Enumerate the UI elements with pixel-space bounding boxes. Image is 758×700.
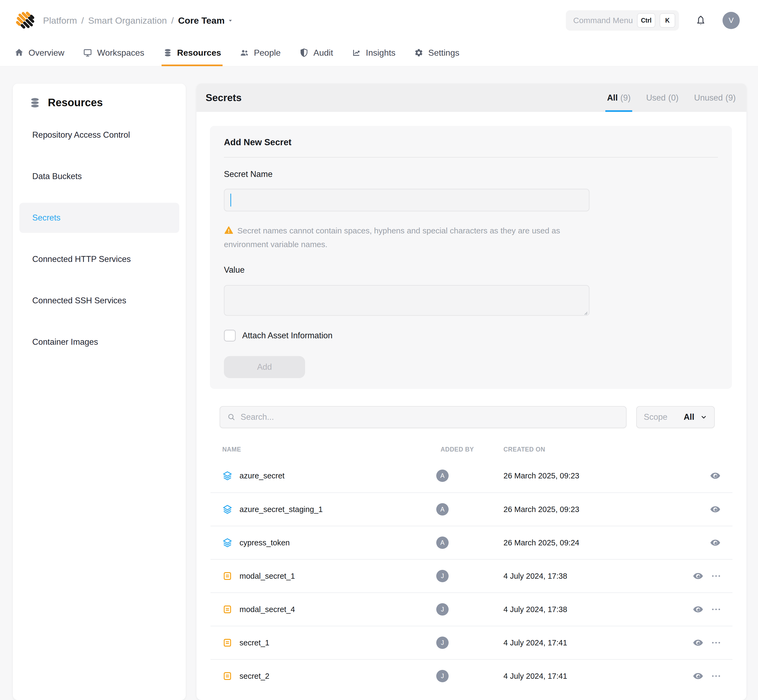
eye-icon: [692, 638, 703, 648]
more-options-button[interactable]: [711, 675, 721, 677]
secret-value-textarea[interactable]: [224, 285, 590, 316]
more-options-button[interactable]: [711, 575, 721, 577]
shield-icon: [299, 48, 309, 57]
nav-tab-label: Resources: [177, 48, 221, 58]
created-on-cell: 26 March 2025, 09:23: [480, 472, 675, 480]
eye-icon: [692, 571, 703, 581]
breadcrumb-separator: /: [171, 15, 174, 26]
content-area: Resources Repository Access Control Data…: [0, 66, 758, 700]
eye-icon: [710, 504, 721, 515]
secret-name: modal_secret_4: [240, 605, 295, 614]
secret-name-input[interactable]: [224, 189, 590, 211]
view-secret-button[interactable]: [710, 537, 721, 548]
filter-tab[interactable]: Used (0): [646, 84, 678, 112]
sidebar-item[interactable]: Repository Access Control: [19, 120, 179, 150]
sidebar-item[interactable]: Data Buckets: [19, 161, 179, 191]
secret-name-cell: modal_secret_1: [222, 571, 410, 581]
row-actions: [675, 671, 721, 681]
resources-sidebar: Resources Repository Access Control Data…: [13, 84, 186, 700]
nav-tab-label: Insights: [366, 48, 395, 58]
table-row: cypress_token A 26 March 2025, 09:24: [211, 526, 733, 559]
view-secret-button[interactable]: [692, 604, 703, 615]
secrets-panel: Secrets All (9) Used (0) Unused: [197, 84, 746, 700]
document-icon: [222, 638, 232, 648]
resize-handle[interactable]: [583, 310, 588, 315]
more-options-button[interactable]: [711, 608, 721, 611]
nav-tab[interactable]: People: [238, 41, 282, 66]
column-header-name: NAME: [222, 446, 410, 453]
sidebar-title: Resources: [48, 97, 103, 109]
added-by-cell: J: [410, 603, 480, 616]
key-ctrl: Ctrl: [637, 13, 655, 28]
nav-tab[interactable]: Settings: [413, 41, 461, 66]
secret-name-cell: azure_secret: [222, 470, 410, 481]
sidebar-item[interactable]: Container Images: [19, 327, 179, 357]
secret-name-wrap: [224, 189, 590, 211]
row-actions: [675, 504, 721, 515]
secret-name: azure_secret: [240, 472, 285, 480]
view-secret-button[interactable]: [692, 671, 703, 681]
secret-name-cell: modal_secret_4: [222, 604, 410, 614]
ellipsis-icon: [711, 641, 721, 644]
search-input[interactable]: [240, 412, 619, 422]
view-secret-button[interactable]: [710, 470, 721, 481]
notifications-bell-icon[interactable]: [694, 14, 707, 27]
nav-tab[interactable]: Resources: [162, 41, 223, 66]
ellipsis-icon: [711, 575, 721, 577]
breadcrumb-item[interactable]: Smart Organization: [88, 15, 167, 26]
monitor-icon: [83, 48, 92, 57]
table-row: secret_1 J 4 July 2024, 17:41: [211, 626, 733, 659]
secret-name: secret_2: [240, 672, 269, 681]
nav-tab[interactable]: Workspaces: [81, 41, 146, 66]
sidebar-item[interactable]: Connected SSH Services: [19, 286, 179, 316]
more-options-button[interactable]: [711, 641, 721, 644]
chart-line-icon: [352, 48, 361, 57]
ellipsis-icon: [711, 608, 721, 611]
sidebar-header: Resources: [19, 97, 179, 109]
layers-icon: [222, 470, 232, 481]
attach-asset-label: Attach Asset Information: [242, 331, 332, 341]
user-avatar[interactable]: V: [722, 12, 740, 29]
breadcrumb-separator: /: [81, 15, 84, 26]
breadcrumb-item[interactable]: Platform: [43, 15, 77, 26]
secret-name-cell: cypress_token: [222, 538, 410, 548]
scope-select[interactable]: Scope All: [636, 406, 715, 428]
text-cursor: [230, 194, 231, 206]
team-switcher[interactable]: Core Team: [178, 15, 234, 26]
nav-tab[interactable]: Insights: [350, 41, 397, 66]
caret-down-icon: [227, 17, 234, 24]
created-on-cell: 26 March 2025, 09:23: [480, 505, 675, 514]
attach-asset-checkbox[interactable]: [224, 330, 236, 342]
command-menu-button[interactable]: Command Menu Ctrl K: [566, 10, 679, 31]
table-row: azure_secret A 26 March 2025, 09:23: [211, 459, 733, 492]
brand-logo-icon: [13, 8, 37, 33]
added-by-avatar: A: [436, 536, 449, 549]
created-on-cell: 4 July 2024, 17:41: [480, 672, 675, 681]
secret-name: cypress_token: [240, 538, 290, 547]
view-secret-button[interactable]: [692, 638, 703, 648]
filter-tab[interactable]: All (9): [607, 84, 630, 112]
eye-icon: [692, 604, 703, 615]
added-by-avatar: A: [436, 470, 449, 482]
secret-name-cell: secret_1: [222, 638, 410, 648]
filter-tab[interactable]: Unused (9): [694, 84, 736, 112]
layers-icon: [222, 504, 232, 514]
document-icon: [222, 604, 232, 614]
added-by-cell: A: [410, 503, 480, 516]
nav-tab[interactable]: Audit: [298, 41, 335, 66]
nav-tab[interactable]: Overview: [13, 41, 66, 66]
add-button[interactable]: Add: [224, 356, 305, 378]
sidebar-item[interactable]: Secrets: [19, 203, 179, 233]
view-secret-button[interactable]: [692, 571, 703, 581]
table-row: secret_2 J 4 July 2024, 17:41: [211, 659, 733, 692]
secret-name-label: Secret Name: [224, 169, 718, 179]
current-team-label: Core Team: [178, 15, 225, 26]
added-by-cell: A: [410, 536, 480, 549]
nav-tab-label: Overview: [28, 48, 64, 58]
view-secret-button[interactable]: [710, 504, 721, 515]
row-actions: [675, 537, 721, 548]
sidebar-item[interactable]: Connected HTTP Services: [19, 244, 179, 274]
scope-label: Scope: [644, 412, 668, 422]
row-actions: [675, 638, 721, 648]
nav-tab-label: Settings: [428, 48, 459, 58]
